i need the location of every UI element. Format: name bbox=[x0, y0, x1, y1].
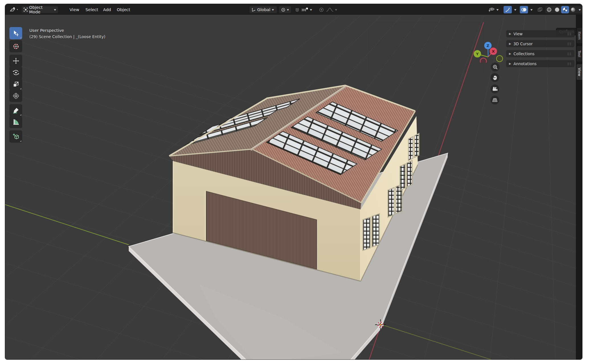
mode-label: Object Mode bbox=[29, 5, 52, 14]
falloff-dropdown[interactable]: ▼ bbox=[325, 6, 340, 13]
measure-tool-button[interactable] bbox=[9, 116, 22, 128]
sidebar-tab-tool[interactable]: Tool bbox=[576, 46, 582, 62]
scale-icon bbox=[13, 81, 19, 88]
editor-type-dropdown[interactable] bbox=[7, 6, 21, 13]
add-cube-icon bbox=[13, 133, 19, 140]
sidebar-tab-view[interactable]: View bbox=[576, 64, 582, 80]
shading-solid-icon bbox=[555, 7, 560, 12]
falloff-curve-icon bbox=[326, 7, 334, 12]
perspective-grid-icon bbox=[492, 98, 498, 102]
select-box-icon bbox=[13, 30, 19, 37]
subtool-indicator bbox=[20, 88, 21, 89]
cursor-tool-icon bbox=[13, 43, 19, 50]
gizmos-dropdown[interactable]: ▼ bbox=[512, 6, 518, 13]
annotate-tool-button[interactable] bbox=[9, 104, 22, 116]
toggle-orthographic-button[interactable] bbox=[490, 96, 499, 104]
panel-view[interactable]: ▶ View ⣿⣿ bbox=[506, 30, 574, 37]
panel-3d-cursor[interactable]: ▶ 3D Cursor ⣿⣿ bbox=[506, 40, 574, 47]
transform-icon bbox=[13, 92, 19, 99]
chevron-down-icon: ▼ bbox=[335, 9, 337, 11]
pan-button[interactable] bbox=[490, 73, 499, 82]
panel-grip-icon[interactable]: ⣿⣿ bbox=[567, 62, 572, 65]
annotate-icon bbox=[13, 107, 19, 114]
mode-dropdown[interactable]: Object Mode ▼ bbox=[22, 6, 58, 13]
active-collection-label: (29) Scene Collection | _(Loose Entity) bbox=[29, 34, 105, 39]
panel-label: 3D Cursor bbox=[514, 42, 533, 46]
navigation-gizmo[interactable]: Z X Y bbox=[469, 28, 506, 63]
window bbox=[407, 161, 412, 187]
add-cube-tool-button[interactable] bbox=[9, 130, 22, 143]
rotate-tool-button[interactable] bbox=[9, 66, 22, 79]
viewport-overlay-text: User Perspective (29) Scene Collection |… bbox=[29, 28, 105, 39]
window bbox=[363, 217, 370, 250]
panel-grip-icon[interactable]: ⣿⣿ bbox=[567, 32, 572, 35]
panel-collections[interactable]: ▶ Collections ⣿⣿ bbox=[506, 50, 574, 57]
proportional-editing-button[interactable] bbox=[317, 6, 325, 13]
menu-object[interactable]: Object bbox=[114, 6, 133, 13]
pivot-point-icon bbox=[281, 8, 285, 12]
camera-icon bbox=[492, 87, 498, 92]
panel-label: Annotations bbox=[514, 61, 537, 66]
camera-view-button[interactable] bbox=[490, 85, 499, 93]
gizmo-negative-x-ball[interactable] bbox=[480, 58, 486, 63]
shading-solid-button[interactable] bbox=[553, 6, 561, 13]
select-box-tool-button[interactable] bbox=[9, 27, 22, 39]
gizmo-x-label: X bbox=[492, 49, 495, 54]
snap-increment-icon bbox=[302, 7, 308, 12]
gizmo-z-label: Z bbox=[486, 44, 489, 48]
blender-window: Object Mode ▼ View Select Add Object Glo… bbox=[5, 4, 582, 359]
chevron-right-icon: ▶ bbox=[509, 32, 511, 35]
scale-tool-button[interactable] bbox=[9, 78, 22, 90]
chevron-down-icon: ▼ bbox=[287, 9, 289, 11]
magnet-icon bbox=[295, 7, 300, 12]
window bbox=[388, 188, 394, 217]
chevron-down-icon: ▼ bbox=[496, 9, 499, 11]
transform-tool-button[interactable] bbox=[9, 90, 22, 102]
shading-mode-group: ▼ bbox=[545, 6, 582, 13]
shading-wireframe-icon bbox=[547, 7, 552, 12]
chevron-right-icon: ▶ bbox=[509, 52, 511, 55]
panel-label: View bbox=[514, 32, 523, 36]
object-visibility-dropdown[interactable]: ▼ bbox=[487, 6, 502, 13]
menu-view[interactable]: View bbox=[67, 6, 82, 13]
chevron-down-icon: ▼ bbox=[530, 9, 533, 11]
move-tool-button[interactable] bbox=[9, 55, 22, 67]
transform-orientation-dropdown[interactable]: Global ▼ bbox=[249, 6, 277, 13]
shading-material-preview-icon bbox=[563, 7, 568, 12]
panel-annotations[interactable]: ▶ Annotations ⣿⣿ bbox=[506, 60, 574, 67]
toggle-xray-button[interactable] bbox=[536, 6, 544, 13]
panel-grip-icon[interactable]: ⣿⣿ bbox=[567, 52, 572, 55]
menu-select[interactable]: Select bbox=[83, 6, 101, 13]
shading-rendered-icon bbox=[570, 7, 576, 12]
shading-wireframe-button[interactable] bbox=[545, 6, 553, 13]
snap-target-dropdown[interactable]: ▼ bbox=[301, 6, 316, 13]
zoom-button[interactable] bbox=[491, 63, 500, 71]
chevron-down-icon: ▼ bbox=[514, 9, 516, 11]
subtool-indicator bbox=[20, 114, 21, 116]
overlays-dropdown[interactable]: ▼ bbox=[528, 6, 535, 13]
panel-label: Collections bbox=[514, 52, 535, 56]
cursor-tool-button[interactable] bbox=[9, 40, 22, 52]
panel-grip-icon[interactable]: ⣿⣿ bbox=[567, 42, 572, 45]
rotate-icon bbox=[13, 69, 19, 76]
zoom-icon bbox=[493, 65, 498, 70]
gizmo-negative-y-ball[interactable] bbox=[496, 55, 503, 62]
shading-dropdown[interactable]: ▼ bbox=[577, 6, 582, 13]
show-gizmos-toggle[interactable] bbox=[504, 6, 512, 13]
sidebar-tab-item[interactable]: Item bbox=[576, 27, 582, 44]
snap-toggle-button[interactable] bbox=[293, 6, 301, 13]
chevron-right-icon: ▶ bbox=[509, 42, 511, 45]
view-perspective-label: User Perspective bbox=[29, 28, 105, 33]
viewport-3d[interactable]: User Perspective (29) Scene Collection |… bbox=[5, 15, 576, 359]
sidebar-tab-strip: Item Tool View bbox=[576, 15, 582, 359]
window bbox=[400, 164, 405, 190]
show-overlays-icon bbox=[521, 7, 527, 12]
shading-material-preview-button[interactable] bbox=[561, 6, 569, 13]
chevron-right-icon: ▶ bbox=[509, 62, 511, 65]
show-overlays-toggle[interactable] bbox=[520, 6, 528, 13]
shading-rendered-button[interactable] bbox=[569, 6, 577, 13]
scene-canvas bbox=[5, 15, 576, 359]
menu-add[interactable]: Add bbox=[100, 6, 114, 13]
move-icon bbox=[13, 57, 19, 64]
pivot-point-dropdown[interactable]: ▼ bbox=[279, 6, 291, 13]
